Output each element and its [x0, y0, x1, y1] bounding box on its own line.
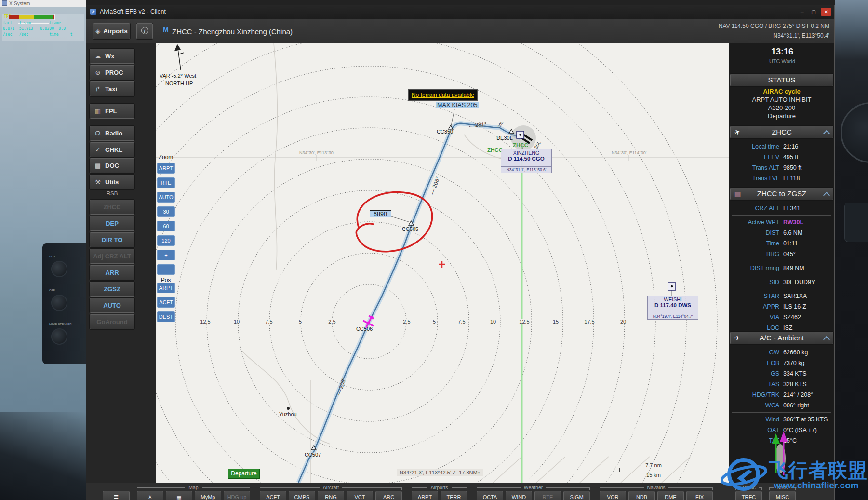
- road-lines: [242, 43, 691, 483]
- sidebar-item-label: CHKL: [105, 146, 122, 153]
- toolbar-button-arpt[interactable]: ARPT: [412, 491, 438, 500]
- rsb-button-dir-to[interactable]: DIR TO: [90, 232, 134, 247]
- row-value: 045°: [783, 249, 796, 259]
- info-button[interactable]: i: [136, 23, 153, 39]
- zoom-button-120[interactable]: 120: [157, 235, 175, 246]
- data-row: GS334 KTS: [730, 368, 833, 379]
- section-header-a-c-ambient[interactable]: ✈A/C - Ambient: [730, 332, 833, 344]
- sidebar-item-proc[interactable]: ⊘PROC: [90, 65, 134, 80]
- zoom-button-30[interactable]: 30: [157, 206, 175, 217]
- toolbar-button-wind[interactable]: WIND: [506, 491, 532, 500]
- position-readout-header: N34°31.1', E113°50.4': [773, 32, 829, 39]
- close-button[interactable]: ✕: [821, 8, 831, 16]
- data-row: GW62660 kg: [730, 347, 833, 358]
- zoom-button-60[interactable]: 60: [157, 221, 175, 231]
- row-value: 62660 kg: [783, 347, 808, 358]
- navaid-morse: −·−· −−· −−−: [501, 162, 551, 165]
- pos-button-arpt[interactable]: ARPT: [157, 283, 175, 293]
- toolbar-brightness-icon[interactable]: ☀: [137, 491, 163, 500]
- status-line: A320-200: [730, 104, 833, 112]
- data-row: CRZ ALTFL341: [730, 203, 833, 214]
- range-ring-label: 2.5: [327, 319, 336, 324]
- toolbar-button-sigm[interactable]: SIGM: [563, 491, 590, 500]
- toolbar-button-fix[interactable]: FIX: [686, 491, 713, 500]
- cockpit-instrument: [844, 203, 868, 242]
- row-label: CRZ ALT: [730, 203, 779, 214]
- row-label: Trans LVL: [730, 173, 779, 184]
- toolbar-button-mymp[interactable]: MyMp: [195, 491, 221, 500]
- section-title: ZHCC to ZGSZ: [757, 189, 807, 198]
- sidebar-item-wx[interactable]: ☁Wx: [90, 49, 134, 64]
- efb-window: AivlaSoft EFB v2 - Client ─ ▢ ✕ ◈Airport…: [86, 5, 835, 500]
- minimize-button[interactable]: ─: [797, 8, 807, 16]
- zoom-button-+[interactable]: +: [157, 250, 175, 260]
- zoom-button-arpt[interactable]: ARPT: [157, 163, 175, 174]
- rsb-button-zgsz[interactable]: ZGSZ: [90, 282, 134, 297]
- toolbar-button-octa[interactable]: OCTA: [477, 491, 503, 500]
- menu-button[interactable]: ≡: [103, 491, 130, 500]
- data-row: TAS328 KTS: [730, 379, 833, 390]
- row-value: 334 KTS: [783, 368, 807, 379]
- toolbar-button-rng[interactable]: RNG: [318, 491, 344, 500]
- toolbar-button-ndb[interactable]: NDB: [628, 491, 655, 500]
- section-rows: Local time21:16ELEV495 ftTrans ALT9850 f…: [730, 141, 833, 184]
- sidebar-item-label: DOC: [105, 162, 119, 169]
- toolbar-button-acft[interactable]: ACFT: [260, 491, 286, 500]
- zoom-button-rte[interactable]: RTE: [157, 177, 175, 188]
- toolbar-button-terr[interactable]: TERR: [441, 491, 467, 500]
- section-header-zhcc[interactable]: ✈ZHCC: [730, 126, 833, 138]
- navaid-frequency: D 117.40 DWS: [648, 302, 698, 308]
- chevron-up-icon: [823, 130, 830, 137]
- status-header[interactable]: STATUS: [730, 74, 833, 86]
- toolbar-button-vct[interactable]: VCT: [347, 491, 373, 500]
- toolbar-button-hdg-up[interactable]: HDG up: [224, 491, 250, 500]
- row-value: SZ462: [783, 312, 801, 323]
- aircraft-icon: ✈: [734, 332, 740, 344]
- rsb-button-adj-crz-alt: Adj CRZ ALT: [90, 249, 134, 264]
- zoom-button--[interactable]: -: [157, 264, 175, 275]
- zoom-button-auto[interactable]: AUTO: [157, 192, 175, 203]
- toolbar-button-arc[interactable]: ARC: [375, 491, 402, 500]
- toolbar-button-cmps[interactable]: CMPS: [289, 491, 315, 500]
- utils-icon: ⚒: [94, 175, 102, 189]
- row-label: FOB: [730, 358, 779, 368]
- row-value: 328 KTS: [783, 379, 807, 390]
- toolbar-layers-icon[interactable]: ▦: [166, 491, 192, 500]
- section-rows: CRZ ALTFL341Active WPTRW30LDIST6.6 NMTim…: [730, 203, 833, 333]
- airports-button[interactable]: ◈Airports: [93, 23, 130, 39]
- row-label: STAR: [730, 291, 779, 301]
- row-label: Time: [730, 238, 779, 249]
- navaid-name: WEISHI: [648, 296, 698, 302]
- range-ring-label: 20: [619, 319, 627, 324]
- row-value: FL118: [783, 173, 800, 184]
- data-row: STARSAR1XA: [730, 291, 833, 301]
- moving-map[interactable]: 30L 30L ZHCC ZHCC VAR -5.2° West NORTH U…: [156, 43, 729, 483]
- rsb-button-dep[interactable]: DEP: [90, 216, 134, 231]
- sidebar-item-chkl[interactable]: ✓CHKL: [90, 142, 134, 157]
- data-row: Active WPTRW30L: [730, 217, 833, 228]
- airport-symbol: [517, 131, 524, 138]
- row-label: Local time: [730, 141, 779, 152]
- sidebar-item-radio[interactable]: ☊Radio: [90, 126, 134, 141]
- pos-button-acft[interactable]: ACFT: [157, 297, 175, 308]
- rsb-button-auto[interactable]: AUTO: [90, 298, 134, 313]
- sidebar-item-fpl[interactable]: ▦FPL: [90, 104, 134, 119]
- sidebar-item-utils[interactable]: ⚒Utils: [90, 175, 134, 189]
- maximize-button[interactable]: ▢: [808, 8, 819, 16]
- toolbar-button-vor[interactable]: VOR: [600, 491, 626, 500]
- data-row: APPRILS 16-Z: [730, 301, 833, 312]
- section-header-zhcc-to-zgsz[interactable]: ▦ZHCC to ZGSZ: [730, 188, 833, 200]
- documents-icon: ▤: [94, 159, 102, 173]
- sidebar-item-doc[interactable]: ▤DOC: [90, 158, 134, 173]
- simulator-background: X-System FPS fact f-sim frame 0.071 51.9…: [0, 0, 86, 500]
- toolbar-button-dme[interactable]: DME: [657, 491, 684, 500]
- altitude-constraint-label: 6890: [370, 210, 391, 217]
- window-titlebar[interactable]: AivlaSoft EFB v2 - Client ─ ▢ ✕: [86, 5, 834, 19]
- navaid-morse: −·· ·−− ···: [648, 308, 698, 312]
- data-row: SID30L DUD9Y: [730, 277, 833, 287]
- header-bar: ◈Airports i M ZHCC - Zhengzhou Xinzheng …: [86, 19, 834, 43]
- toolbar-button-rte[interactable]: RTE: [534, 491, 561, 500]
- rsb-button-arr[interactable]: ARR: [90, 265, 134, 280]
- pos-button-dest[interactable]: DEST: [157, 311, 175, 322]
- sidebar-item-taxi[interactable]: ↱Taxi: [90, 81, 134, 96]
